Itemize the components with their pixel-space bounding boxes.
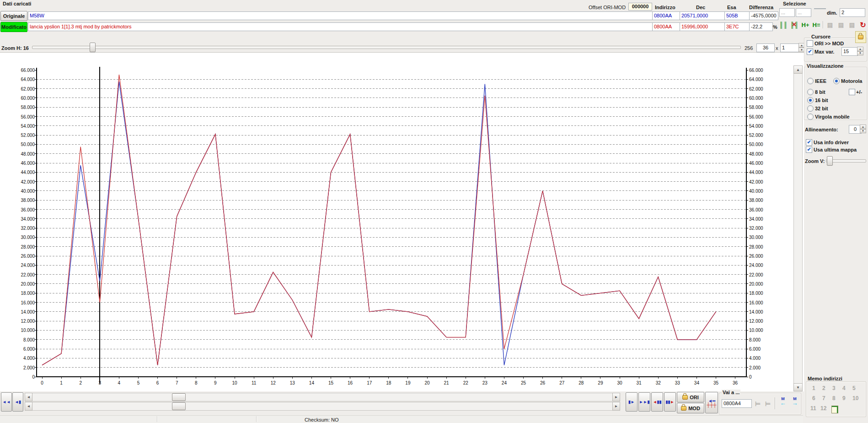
- offset-input[interactable]: 000000: [628, 3, 652, 11]
- max-var-checkbox[interactable]: ✔: [807, 49, 813, 55]
- col-dec: Dec: [696, 4, 705, 11]
- nav-prev-icon: ◄▮: [15, 400, 21, 404]
- memo-prev-button[interactable]: M ←: [777, 396, 788, 406]
- x-tick-label: 5: [134, 380, 143, 385]
- y-tick-label-left: 54.000: [15, 124, 35, 129]
- bit16-radio[interactable]: [807, 97, 814, 103]
- bit8-label: 8 bit: [815, 89, 825, 95]
- hscrollbar-bottom[interactable]: [25, 402, 620, 411]
- y-tick-label-right: 60.000: [749, 96, 769, 101]
- vai-a-field[interactable]: 0800A4: [722, 399, 752, 408]
- back-arrow-icon: ◄: [653, 400, 657, 404]
- goto-graph-button[interactable]: ◄━ ┼┼┼: [705, 392, 718, 413]
- bit32-radio[interactable]: [807, 105, 814, 112]
- y-tick-label-left: 36.000: [15, 207, 35, 212]
- zoomv-slider-thumb[interactable]: [827, 156, 833, 166]
- modificato-button[interactable]: Modificato: [0, 22, 27, 32]
- memo-slot-12[interactable]: 12: [820, 405, 826, 412]
- virgola-radio[interactable]: [807, 114, 814, 120]
- hscrollbar-top[interactable]: [25, 393, 620, 401]
- nav-last-button[interactable]: ►►▮: [638, 392, 650, 412]
- ieee-radio[interactable]: [807, 78, 814, 84]
- allineamento-label: Allineamento:: [805, 126, 838, 133]
- y-tick-label-left: 56.000: [15, 114, 35, 119]
- x-tick-label: 13: [288, 380, 297, 385]
- nav-prev-button[interactable]: ◄▮: [12, 392, 23, 412]
- usa-info-checkbox[interactable]: ✔: [806, 139, 812, 146]
- motorola-radio[interactable]: [833, 78, 840, 84]
- hscroll-top-left-icon[interactable]: ◄: [25, 393, 32, 401]
- y-tick-label-right: 62.000: [749, 87, 769, 92]
- mod-goto-button[interactable]: MOD: [677, 403, 704, 413]
- ori-goto-button[interactable]: ORI: [677, 392, 704, 402]
- max-var-field[interactable]: 15: [841, 47, 858, 56]
- memo-slot-10[interactable]: 10: [852, 395, 858, 401]
- y-tick-label-right: 2.000: [749, 365, 769, 370]
- paste-disabled-icon-1: ▤: [825, 20, 835, 29]
- fwd-arrow-icon: ►: [670, 400, 674, 404]
- memo-slot-3[interactable]: 3: [832, 385, 836, 391]
- y-tick-label-left: 62.000: [15, 87, 35, 92]
- col-esa: Esa: [727, 4, 736, 11]
- hscroll-top-right-icon[interactable]: ►: [612, 393, 620, 401]
- allineamento-spinner[interactable]: ▲▼: [860, 125, 866, 133]
- hscroll-bottom-right-icon[interactable]: ►: [612, 402, 620, 411]
- nav-first-button[interactable]: ◄◄: [1, 392, 12, 412]
- memo-slot-2[interactable]: 2: [822, 385, 825, 391]
- refresh-icon[interactable]: ↻: [858, 20, 868, 29]
- dim-field[interactable]: 2: [840, 8, 865, 17]
- memo-slot-6[interactable]: 6: [812, 395, 815, 401]
- vscroll-up-icon[interactable]: ▲: [793, 65, 803, 74]
- modificato-dec: 15996,0000: [680, 22, 725, 31]
- zoomh-slider-track[interactable]: [32, 46, 741, 49]
- hscroll-top-thumb[interactable]: [172, 393, 186, 401]
- memo-slot-8[interactable]: 8: [832, 395, 836, 401]
- select-columns-icon[interactable]: ║║: [778, 20, 788, 29]
- max-var-spinner[interactable]: ▲▼: [857, 47, 863, 55]
- mod-button-label: MOD: [688, 406, 700, 411]
- nav-fwd-diff-button[interactable]: ▮▮►: [664, 392, 676, 412]
- bit8-radio[interactable]: [807, 89, 814, 95]
- select-range-icon[interactable]: H=: [811, 20, 821, 29]
- nav-next-button[interactable]: ▮►: [626, 392, 638, 412]
- data-chart: [0, 50, 805, 393]
- chart-vscrollbar[interactable]: [793, 65, 803, 391]
- deselect-icon[interactable]: ║║✕: [789, 20, 799, 29]
- y-tick-label-left: 32.000: [15, 226, 35, 231]
- selezione-field-1[interactable]: ...: [779, 8, 795, 17]
- usa-mappa-checkbox[interactable]: ✔: [806, 146, 812, 153]
- ori-mod-checkbox[interactable]: [807, 40, 813, 47]
- memo-slot-4[interactable]: 4: [842, 385, 846, 391]
- y-tick-label-left: 10.000: [15, 328, 35, 333]
- zoomv-label: Zoom V:: [805, 158, 825, 164]
- memo-slot-9[interactable]: 9: [842, 395, 846, 401]
- x-tick-label: 0: [38, 380, 47, 385]
- y-tick-label-right: 24.000: [749, 263, 769, 268]
- lock-icon[interactable]: [855, 31, 866, 43]
- hscroll-bottom-thumb[interactable]: [172, 402, 186, 410]
- plusminus-checkbox[interactable]: [849, 89, 855, 95]
- y-tick-label-left: 26.000: [15, 254, 35, 259]
- memo-note-icon[interactable]: [831, 406, 838, 413]
- memo-slot-11[interactable]: 11: [810, 405, 816, 412]
- vscroll-down-icon[interactable]: ▼: [793, 383, 803, 391]
- selezione-field-3[interactable]: [814, 8, 826, 9]
- y-tick-label-right: 36.000: [749, 207, 769, 212]
- selezione-field-2[interactable]: ...: [796, 8, 811, 17]
- originale-name-field[interactable]: M58W: [28, 11, 653, 20]
- memo-slot-5[interactable]: 5: [852, 385, 856, 391]
- nav-back-diff-button[interactable]: ◄▮▮: [651, 392, 663, 412]
- memo-next-button[interactable]: M →: [789, 396, 800, 406]
- x-tick-label: 35: [712, 380, 721, 385]
- x-tick-label: 10: [230, 380, 239, 385]
- memo-slot-7[interactable]: 7: [822, 395, 825, 401]
- toolbar-separator: [823, 21, 823, 28]
- originale-button[interactable]: Originale: [0, 11, 27, 21]
- modificato-name-field[interactable]: lancia ypslion 1[1].3 mtj mod by patrick…: [28, 22, 653, 31]
- hscroll-bottom-left-icon[interactable]: ◄: [25, 402, 32, 411]
- select-add-icon[interactable]: H+: [800, 20, 810, 29]
- x-tick-label: 8: [192, 380, 201, 385]
- memo-slot-1[interactable]: 1: [812, 385, 815, 391]
- m-right-arrow-icon: →: [789, 401, 800, 406]
- x-tick-label: 14: [307, 380, 316, 385]
